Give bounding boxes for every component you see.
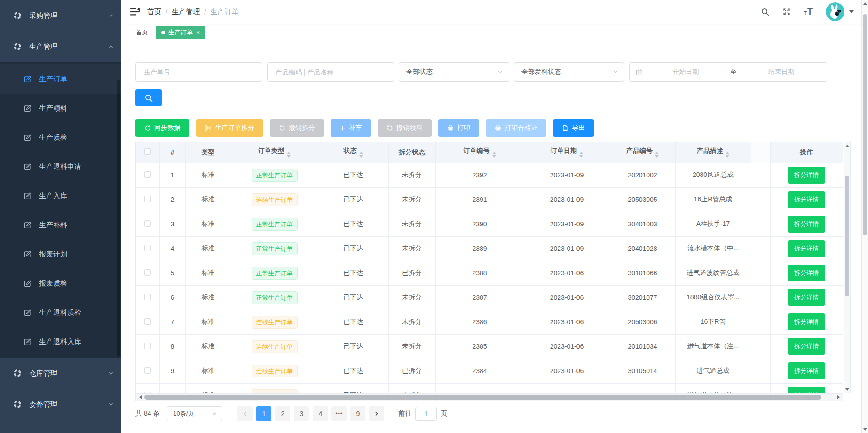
page-button[interactable]: 4 [313, 406, 328, 421]
row-checkbox[interactable] [144, 220, 151, 227]
sort-ascending-icon[interactable] [579, 152, 583, 154]
page-button[interactable]: 9 [350, 406, 365, 421]
undo-picking-button[interactable]: 撤销领料 [378, 119, 432, 137]
end-date-placeholder[interactable]: 结束日期 [742, 68, 821, 76]
column-header-order-no[interactable]: 订单编号 [435, 142, 524, 163]
sidebar-item-scrap-qc[interactable]: 报废质检 [0, 269, 121, 298]
add-vehicle-button[interactable]: 补车 [331, 119, 371, 137]
page-button[interactable]: 1 [256, 406, 271, 421]
column-header-order-date[interactable]: 订单日期 [524, 142, 610, 163]
sort-caret-icon[interactable] [726, 152, 729, 158]
column-header-status[interactable]: 状态 [318, 142, 388, 163]
previous-page-button[interactable] [237, 406, 253, 421]
production-order-no-field[interactable] [135, 62, 262, 82]
page-scroll-up-arrow[interactable] [862, 2, 868, 5]
sidebar-item-production-replenish[interactable]: 生产补料 [0, 210, 121, 240]
select-all-checkbox[interactable] [144, 148, 151, 155]
undo-split-button[interactable]: 撤销拆分 [270, 119, 324, 137]
product-code-name-field[interactable] [267, 62, 394, 82]
font-size-icon[interactable]: TT [804, 8, 813, 16]
vertical-scrollbar-thumb[interactable] [845, 176, 849, 296]
page-size-select[interactable]: 10条/页 [167, 406, 222, 421]
print-button[interactable]: 打印 [438, 119, 479, 137]
sidebar-item-production-return-inbound[interactable]: 生产退料入库 [0, 327, 121, 356]
page-scrollbar-thumb[interactable] [863, 14, 867, 235]
scroll-right-arrow[interactable] [835, 394, 842, 401]
split-detail-button[interactable]: 拆分详情 [788, 167, 825, 184]
export-button[interactable]: 导出 [553, 119, 594, 137]
sort-ascending-icon[interactable] [359, 152, 363, 154]
row-checkbox[interactable] [144, 245, 151, 251]
goto-page-input[interactable] [415, 407, 437, 421]
split-detail-button[interactable]: 拆分详情 [788, 362, 825, 379]
hamburger-icon[interactable] [121, 7, 147, 17]
avatar[interactable] [826, 2, 844, 21]
split-detail-button[interactable]: 拆分详情 [788, 216, 825, 233]
sort-caret-icon[interactable] [492, 152, 496, 158]
next-page-button[interactable] [369, 406, 384, 421]
production-order-no-input[interactable] [137, 68, 261, 76]
sidebar-item-scrap-plan[interactable]: 报废计划 [0, 240, 121, 269]
page-button[interactable]: 3 [294, 406, 309, 421]
column-header-order-type[interactable]: 订单类型 [231, 142, 318, 163]
sidebar-item-production-management[interactable]: 生产管理 [0, 31, 121, 62]
split-detail-button[interactable]: 拆分详情 [788, 387, 825, 393]
print-certificate-button[interactable]: 打印合格证 [486, 119, 546, 137]
sidebar-item-production-qc[interactable]: 生产质检 [0, 123, 121, 152]
table-horizontal-scrollbar[interactable] [135, 393, 843, 401]
row-checkbox[interactable] [144, 196, 151, 202]
table-vertical-scrollbar[interactable] [844, 142, 851, 393]
start-date-placeholder[interactable]: 开始日期 [646, 68, 726, 76]
breadcrumb-item[interactable]: 首页 [147, 8, 161, 16]
search-button[interactable] [135, 89, 162, 106]
page-scroll-down-arrow[interactable] [862, 428, 868, 431]
sort-caret-icon[interactable] [655, 152, 659, 158]
sort-ascending-icon[interactable] [655, 152, 659, 154]
sort-descending-icon[interactable] [655, 155, 659, 158]
sort-caret-icon[interactable] [359, 152, 363, 158]
sort-caret-icon[interactable] [287, 152, 291, 158]
scroll-down-arrow[interactable] [844, 386, 850, 393]
sort-descending-icon[interactable] [492, 155, 496, 158]
sidebar-item-warehouse-management[interactable]: 仓库管理 [0, 358, 121, 389]
status-select[interactable]: 全部状态 [399, 62, 509, 82]
row-checkbox[interactable] [144, 392, 151, 393]
row-checkbox[interactable] [144, 343, 151, 349]
sort-caret-icon[interactable] [579, 152, 583, 158]
split-detail-button[interactable]: 拆分详情 [788, 313, 825, 330]
split-production-order-button[interactable]: 生产订单拆分 [196, 119, 263, 137]
page-button[interactable]: 2 [275, 406, 290, 421]
row-checkbox[interactable] [144, 294, 151, 300]
split-detail-button[interactable]: 拆分详情 [788, 191, 825, 208]
search-icon[interactable] [761, 8, 770, 16]
sidebar-item-production-order[interactable]: 生产订单 [0, 64, 121, 94]
split-detail-button[interactable]: 拆分详情 [788, 265, 825, 281]
sort-ascending-icon[interactable] [492, 152, 496, 154]
sidebar-item-production-return-request[interactable]: 生产退料申请 [0, 152, 121, 181]
sync-data-button[interactable]: 同步数据 [135, 119, 189, 137]
sidebar-item-production-return-qc[interactable]: 生产退料质检 [0, 298, 121, 327]
page-scrollbar[interactable] [861, 0, 868, 433]
row-checkbox[interactable] [144, 171, 151, 178]
issue-status-select[interactable]: 全部发料状态 [514, 62, 624, 82]
sidebar-item-production-inbound[interactable]: 生产入库 [0, 181, 121, 210]
scroll-left-arrow[interactable] [137, 394, 143, 401]
row-checkbox[interactable] [144, 318, 151, 325]
sort-descending-icon[interactable] [287, 155, 291, 158]
horizontal-scrollbar-thumb[interactable] [144, 395, 821, 400]
row-checkbox[interactable] [144, 269, 151, 276]
sort-ascending-icon[interactable] [287, 152, 291, 154]
user-menu[interactable] [826, 2, 854, 21]
date-range-picker[interactable]: 开始日期 至 结束日期 [629, 62, 827, 82]
tab-home[interactable]: 首页 [131, 26, 153, 39]
sort-descending-icon[interactable] [359, 155, 363, 158]
split-detail-button[interactable]: 拆分详情 [788, 240, 825, 257]
close-icon[interactable]: × [196, 29, 200, 36]
split-detail-button[interactable]: 拆分详情 [788, 338, 825, 355]
sort-descending-icon[interactable] [579, 155, 583, 158]
scroll-up-arrow[interactable] [844, 143, 850, 149]
split-detail-button[interactable]: 拆分详情 [788, 289, 825, 306]
column-header-product-desc[interactable]: 产品描述 [675, 142, 751, 163]
tab-production-order[interactable]: 生产订单× [156, 26, 205, 39]
sort-descending-icon[interactable] [726, 155, 729, 158]
